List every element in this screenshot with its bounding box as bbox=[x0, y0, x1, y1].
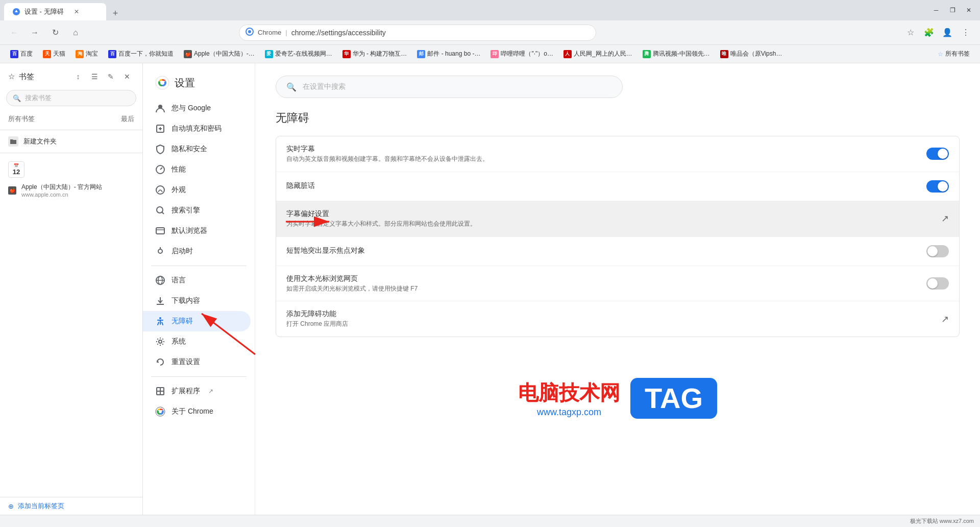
bookmark-taobao[interactable]: 淘 淘宝 bbox=[71, 47, 102, 60]
minimize-button[interactable]: ─ bbox=[929, 3, 943, 17]
highlight-focus-text: 短暂地突出显示焦点对象 bbox=[286, 246, 926, 256]
close-button[interactable]: ✕ bbox=[962, 3, 976, 17]
sidebar-search[interactable]: 🔍 搜索书签 bbox=[6, 90, 136, 106]
all-bookmarks-label: 所有书签 bbox=[8, 114, 35, 124]
sidebar-edit-button[interactable]: ✎ bbox=[104, 69, 118, 84]
tag-badge: TAG bbox=[630, 378, 717, 419]
bookmark-vipshop[interactable]: 唯 唯品会（原Vipsh… bbox=[716, 47, 787, 60]
live-caption-toggle[interactable] bbox=[926, 148, 949, 160]
nav-item-downloads[interactable]: 下载内容 bbox=[143, 291, 251, 311]
caption-settings-title: 字幕偏好设置 bbox=[286, 209, 941, 219]
bookmark-huawei[interactable]: 华 华为 - 构建万物互… bbox=[338, 47, 411, 60]
active-tab[interactable]: 设置 - 无障碍 ✕ bbox=[4, 3, 106, 20]
bookmark-favicon: 🍎 bbox=[184, 50, 192, 58]
bookmark-baidu2[interactable]: 百 百度一下，你就知道 bbox=[104, 47, 178, 60]
address-bar[interactable]: Chrome | chrome://settings/accessibility bbox=[239, 25, 596, 41]
bookmark-tianmao[interactable]: 天 天猫 bbox=[39, 47, 69, 60]
svg-point-9 bbox=[157, 207, 163, 213]
search-icon: 🔍 bbox=[286, 82, 297, 92]
bookmark-date-label: 📅 12 bbox=[0, 155, 142, 180]
nav-item-appearance[interactable]: 外观 bbox=[143, 180, 251, 200]
tab-close-button[interactable]: ✕ bbox=[72, 7, 81, 16]
person-icon bbox=[155, 103, 165, 113]
caret-browse-toggle[interactable] bbox=[926, 277, 949, 290]
sidebar-list-button[interactable]: ☰ bbox=[87, 69, 102, 84]
bookmark-aiqiyi[interactable]: 爱 爱奇艺-在线视频网… bbox=[261, 47, 336, 60]
nav-item-autofill[interactable]: 自动填充和密码 bbox=[143, 118, 251, 139]
caret-browse-title: 使用文本光标浏览网页 bbox=[286, 274, 926, 283]
chrome-nav-icon bbox=[155, 406, 165, 417]
bookmark-renmin[interactable]: 人 人民网_网上的人民… bbox=[559, 47, 636, 60]
add-bookmark-button[interactable]: ⊕ 添加当前标签页 bbox=[8, 501, 134, 511]
bookmarks-star-button[interactable]: ☆ bbox=[902, 25, 919, 41]
nav-item-accessibility[interactable]: 无障碍 bbox=[143, 311, 251, 331]
all-bookmarks-btn[interactable]: ☆ 所有书签 bbox=[934, 47, 974, 60]
bookmark-label: 人民网_网上的人民… bbox=[574, 50, 632, 58]
bookmark-label: 百度 bbox=[20, 50, 33, 58]
svg-point-4 bbox=[160, 81, 164, 85]
focus-dialog-item[interactable]: 隐藏脏话 bbox=[276, 172, 959, 201]
nav-divider bbox=[151, 266, 247, 266]
new-folder-button[interactable]: 新建文件夹 bbox=[0, 132, 142, 151]
bookmark-baidu[interactable]: 百 百度 bbox=[6, 47, 37, 60]
profile-button[interactable]: 👤 bbox=[939, 25, 955, 41]
reload-button[interactable]: ↻ bbox=[47, 25, 63, 41]
accessibility-settings-card: 实时字幕 自动为英文版音频和视频创建字幕。音频和字幕绝不会从设备中泄露出去。 隐… bbox=[276, 136, 960, 337]
caret-browse-desc: 如需开启或关闭光标浏览模式，请使用快捷键 F7 bbox=[286, 284, 926, 293]
nav-item-extensions[interactable]: 扩展程序 ↗ bbox=[143, 381, 251, 401]
nav-item-performance[interactable]: 性能 bbox=[143, 159, 251, 180]
bookmark-tencent-video[interactable]: 腾 腾讯视频-中国领先… bbox=[639, 47, 714, 60]
watermark-url-text: www.tagxp.com bbox=[518, 407, 620, 418]
settings-search-bar[interactable]: 🔍 在设置中搜索 bbox=[276, 76, 623, 98]
sidebar-close-button[interactable]: ✕ bbox=[120, 69, 134, 84]
nav-item-reset[interactable]: 重置设置 bbox=[143, 352, 251, 372]
nav-item-label: 默认浏览器 bbox=[172, 226, 207, 235]
live-caption-item[interactable]: 实时字幕 自动为英文版音频和视频创建字幕。音频和字幕绝不会从设备中泄露出去。 bbox=[276, 136, 959, 172]
forward-button[interactable]: → bbox=[27, 25, 43, 41]
settings-main: 🔍 在设置中搜索 无障碍 实时字幕 自动为英文版音频和视频创建字幕。音频和字幕绝… bbox=[255, 63, 980, 515]
sidebar-actions: ↕ ☰ ✎ ✕ bbox=[71, 69, 134, 84]
back-button[interactable]: ← bbox=[6, 25, 22, 41]
focus-dialog-toggle[interactable] bbox=[926, 180, 949, 193]
nav-item-google[interactable]: 您与 Google bbox=[143, 98, 251, 118]
caret-browse-item[interactable]: 使用文本光标浏览网页 如需开启或关闭光标浏览模式，请使用快捷键 F7 bbox=[276, 266, 959, 302]
nav-item-about[interactable]: 关于 Chrome bbox=[143, 401, 251, 422]
bookmark-mail[interactable]: 邮 邮件 - huang bo -… bbox=[413, 47, 484, 60]
bookmark-entry-apple[interactable]: 🍎 Apple（中国大陆）- 官方网站 www.apple.com.cn bbox=[0, 180, 142, 201]
restore-button[interactable]: ❐ bbox=[945, 3, 960, 17]
bookmark-favicon: 腾 bbox=[643, 50, 651, 58]
bookmark-label: 所有书签 bbox=[945, 50, 970, 58]
chrome-icon bbox=[246, 28, 254, 36]
nav-item-startup[interactable]: 启动时 bbox=[143, 241, 251, 261]
bookmark-label: Apple（中国大陆）-… bbox=[194, 50, 255, 58]
home-button[interactable]: ⌂ bbox=[67, 25, 84, 41]
add-bookmark-label: 添加当前标签页 bbox=[18, 501, 64, 511]
address-separator: | bbox=[285, 29, 287, 36]
nav-item-language[interactable]: 语言 bbox=[143, 270, 251, 291]
nav-item-system[interactable]: 系统 bbox=[143, 331, 251, 352]
new-tab-button[interactable]: + bbox=[108, 6, 122, 20]
bookmark-bilibili[interactable]: 哔 哔哩哔哩（"·"）o… bbox=[486, 47, 557, 60]
svg-line-10 bbox=[162, 212, 164, 214]
bookmark-label: 天猫 bbox=[53, 50, 65, 58]
bookmark-apple[interactable]: 🍎 Apple（中国大陆）-… bbox=[180, 47, 259, 60]
add-accessibility-text: 添加无障碍功能 打开 Chrome 应用商店 bbox=[286, 309, 941, 328]
caption-settings-item[interactable]: 字幕偏好设置 为实时字幕自定义字幕大小和样式。部分应用和网站也会使用此设置。 ↗ bbox=[276, 201, 959, 237]
sidebar-sort-button[interactable]: ↕ bbox=[71, 69, 85, 84]
address-prefix: Chrome bbox=[258, 29, 281, 36]
menu-button[interactable]: ⋮ bbox=[958, 25, 974, 41]
highlight-focus-item[interactable]: 短暂地突出显示焦点对象 bbox=[276, 237, 959, 266]
nav-item-privacy[interactable]: 隐私和安全 bbox=[143, 139, 251, 159]
calendar-date: 12 bbox=[13, 168, 20, 176]
highlight-focus-toggle[interactable] bbox=[926, 245, 949, 257]
nav-item-label: 启动时 bbox=[172, 247, 193, 256]
nav-item-default-browser[interactable]: 默认浏览器 bbox=[143, 221, 251, 241]
add-accessibility-item[interactable]: 添加无障碍功能 打开 Chrome 应用商店 ↗ bbox=[276, 301, 959, 337]
bottom-right-text: 极光下载站 www.xz7.com bbox=[910, 517, 974, 525]
extensions-button[interactable]: 🧩 bbox=[921, 25, 937, 41]
sidebar-divider2 bbox=[0, 153, 142, 153]
nav-item-label: 搜索引擎 bbox=[172, 206, 200, 215]
bookmark-entry-favicon: 🍎 bbox=[8, 186, 16, 195]
bookmark-favicon: 邮 bbox=[417, 50, 425, 58]
nav-item-search[interactable]: 搜索引擎 bbox=[143, 200, 251, 221]
